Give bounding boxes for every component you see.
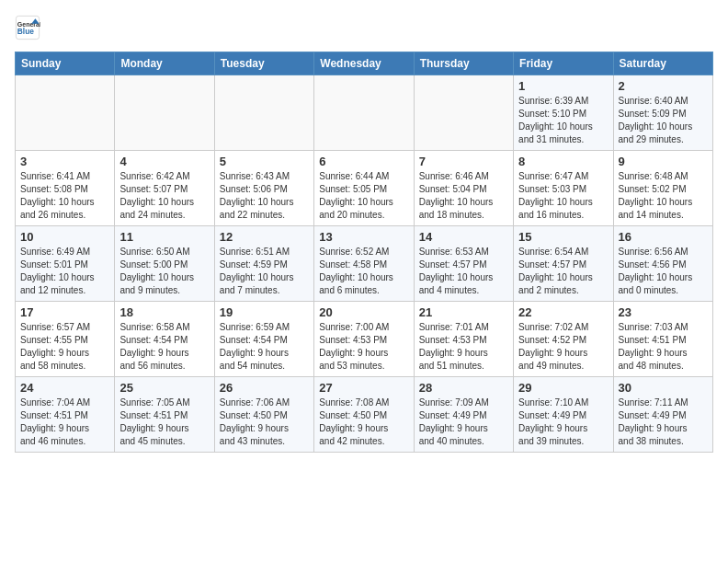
calendar-cell: 26Sunrise: 7:06 AMSunset: 4:50 PMDayligh… bbox=[214, 377, 313, 453]
weekday-header-row: SundayMondayTuesdayWednesdayThursdayFrid… bbox=[16, 52, 713, 75]
day-info: Sunrise: 6:39 AMSunset: 5:10 PMDaylight:… bbox=[518, 95, 608, 146]
day-number: 3 bbox=[20, 155, 109, 168]
calendar-cell: 19Sunrise: 6:59 AMSunset: 4:54 PMDayligh… bbox=[214, 302, 313, 377]
day-info: Sunrise: 7:09 AMSunset: 4:49 PMDaylight:… bbox=[419, 396, 508, 448]
calendar-cell: 20Sunrise: 7:00 AMSunset: 4:53 PMDayligh… bbox=[314, 302, 414, 377]
day-number: 12 bbox=[220, 230, 309, 244]
calendar-cell bbox=[314, 75, 414, 151]
calendar-cell bbox=[414, 75, 513, 151]
day-info: Sunrise: 6:44 AMSunset: 5:05 PMDaylight:… bbox=[319, 170, 408, 222]
calendar-cell: 10Sunrise: 6:49 AMSunset: 5:01 PMDayligh… bbox=[16, 226, 115, 302]
day-info: Sunrise: 7:06 AMSunset: 4:50 PMDaylight:… bbox=[220, 396, 309, 448]
page-header: General Blue bbox=[15, 15, 713, 40]
weekday-header-thursday: Thursday bbox=[414, 52, 513, 75]
calendar-cell: 30Sunrise: 7:11 AMSunset: 4:49 PMDayligh… bbox=[613, 377, 712, 453]
day-info: Sunrise: 6:49 AMSunset: 5:01 PMDaylight:… bbox=[20, 246, 109, 297]
day-number: 15 bbox=[518, 230, 608, 244]
calendar-cell: 13Sunrise: 6:52 AMSunset: 4:58 PMDayligh… bbox=[314, 226, 414, 302]
calendar-cell: 6Sunrise: 6:44 AMSunset: 5:05 PMDaylight… bbox=[314, 151, 414, 226]
day-number: 11 bbox=[119, 230, 209, 244]
day-info: Sunrise: 7:08 AMSunset: 4:50 PMDaylight:… bbox=[319, 396, 408, 448]
weekday-header-tuesday: Tuesday bbox=[214, 52, 313, 75]
day-info: Sunrise: 6:52 AMSunset: 4:58 PMDaylight:… bbox=[319, 246, 408, 297]
day-number: 4 bbox=[119, 155, 209, 168]
day-info: Sunrise: 6:51 AMSunset: 4:59 PMDaylight:… bbox=[220, 246, 309, 297]
calendar-cell bbox=[115, 75, 214, 151]
day-number: 5 bbox=[220, 155, 309, 168]
day-number: 26 bbox=[220, 381, 309, 395]
day-number: 24 bbox=[20, 381, 109, 395]
calendar-cell: 25Sunrise: 7:05 AMSunset: 4:51 PMDayligh… bbox=[115, 377, 214, 453]
day-info: Sunrise: 7:05 AMSunset: 4:51 PMDaylight:… bbox=[119, 396, 209, 448]
weekday-header-friday: Friday bbox=[514, 52, 613, 75]
day-info: Sunrise: 7:00 AMSunset: 4:53 PMDaylight:… bbox=[319, 321, 408, 373]
day-number: 17 bbox=[20, 305, 109, 319]
calendar-cell: 28Sunrise: 7:09 AMSunset: 4:49 PMDayligh… bbox=[414, 377, 513, 453]
day-info: Sunrise: 6:40 AMSunset: 5:09 PMDaylight:… bbox=[619, 95, 708, 146]
day-info: Sunrise: 7:03 AMSunset: 4:51 PMDaylight:… bbox=[619, 321, 708, 373]
calendar-cell: 27Sunrise: 7:08 AMSunset: 4:50 PMDayligh… bbox=[314, 377, 414, 453]
weekday-header-wednesday: Wednesday bbox=[314, 52, 414, 75]
calendar-cell: 14Sunrise: 6:53 AMSunset: 4:57 PMDayligh… bbox=[414, 226, 513, 302]
day-info: Sunrise: 6:47 AMSunset: 5:03 PMDaylight:… bbox=[518, 170, 608, 222]
day-info: Sunrise: 6:42 AMSunset: 5:07 PMDaylight:… bbox=[119, 170, 209, 222]
calendar-cell bbox=[16, 75, 115, 151]
day-info: Sunrise: 6:46 AMSunset: 5:04 PMDaylight:… bbox=[419, 170, 508, 222]
day-info: Sunrise: 7:10 AMSunset: 4:49 PMDaylight:… bbox=[518, 396, 608, 448]
calendar-cell: 11Sunrise: 6:50 AMSunset: 5:00 PMDayligh… bbox=[115, 226, 214, 302]
day-info: Sunrise: 6:41 AMSunset: 5:08 PMDaylight:… bbox=[20, 170, 109, 222]
calendar-week-4: 17Sunrise: 6:57 AMSunset: 4:55 PMDayligh… bbox=[16, 302, 713, 377]
day-info: Sunrise: 6:48 AMSunset: 5:02 PMDaylight:… bbox=[619, 170, 708, 222]
calendar-cell: 3Sunrise: 6:41 AMSunset: 5:08 PMDaylight… bbox=[16, 151, 115, 226]
calendar-cell: 22Sunrise: 7:02 AMSunset: 4:52 PMDayligh… bbox=[514, 302, 613, 377]
day-number: 25 bbox=[119, 381, 209, 395]
day-number: 2 bbox=[619, 79, 708, 93]
calendar-cell: 24Sunrise: 7:04 AMSunset: 4:51 PMDayligh… bbox=[16, 377, 115, 453]
calendar-cell: 18Sunrise: 6:58 AMSunset: 4:54 PMDayligh… bbox=[115, 302, 214, 377]
day-info: Sunrise: 7:01 AMSunset: 4:53 PMDaylight:… bbox=[419, 321, 508, 373]
day-number: 8 bbox=[518, 155, 608, 168]
day-info: Sunrise: 6:43 AMSunset: 5:06 PMDaylight:… bbox=[220, 170, 309, 222]
calendar-cell: 1Sunrise: 6:39 AMSunset: 5:10 PMDaylight… bbox=[514, 75, 613, 151]
calendar-cell: 23Sunrise: 7:03 AMSunset: 4:51 PMDayligh… bbox=[613, 302, 712, 377]
logo: General Blue bbox=[15, 15, 40, 40]
day-number: 6 bbox=[319, 155, 408, 168]
day-number: 28 bbox=[419, 381, 508, 395]
weekday-header-saturday: Saturday bbox=[613, 52, 712, 75]
day-info: Sunrise: 7:02 AMSunset: 4:52 PMDaylight:… bbox=[518, 321, 608, 373]
day-number: 21 bbox=[419, 305, 508, 319]
calendar-week-3: 10Sunrise: 6:49 AMSunset: 5:01 PMDayligh… bbox=[16, 226, 713, 302]
calendar-cell: 2Sunrise: 6:40 AMSunset: 5:09 PMDaylight… bbox=[613, 75, 712, 151]
calendar-week-5: 24Sunrise: 7:04 AMSunset: 4:51 PMDayligh… bbox=[16, 377, 713, 453]
day-info: Sunrise: 6:50 AMSunset: 5:00 PMDaylight:… bbox=[119, 246, 209, 297]
svg-text:Blue: Blue bbox=[17, 27, 34, 36]
day-number: 14 bbox=[419, 230, 508, 244]
calendar-week-2: 3Sunrise: 6:41 AMSunset: 5:08 PMDaylight… bbox=[16, 151, 713, 226]
calendar-cell: 21Sunrise: 7:01 AMSunset: 4:53 PMDayligh… bbox=[414, 302, 513, 377]
day-number: 13 bbox=[319, 230, 408, 244]
day-number: 16 bbox=[619, 230, 708, 244]
day-info: Sunrise: 6:54 AMSunset: 4:57 PMDaylight:… bbox=[518, 246, 608, 297]
day-info: Sunrise: 6:59 AMSunset: 4:54 PMDaylight:… bbox=[220, 321, 309, 373]
calendar-cell: 16Sunrise: 6:56 AMSunset: 4:56 PMDayligh… bbox=[613, 226, 712, 302]
day-number: 19 bbox=[220, 305, 309, 319]
day-number: 20 bbox=[319, 305, 408, 319]
day-number: 22 bbox=[518, 305, 608, 319]
weekday-header-sunday: Sunday bbox=[16, 52, 115, 75]
day-info: Sunrise: 7:11 AMSunset: 4:49 PMDaylight:… bbox=[619, 396, 708, 448]
calendar-week-1: 1Sunrise: 6:39 AMSunset: 5:10 PMDaylight… bbox=[16, 75, 713, 151]
calendar-cell: 17Sunrise: 6:57 AMSunset: 4:55 PMDayligh… bbox=[16, 302, 115, 377]
day-number: 1 bbox=[518, 79, 608, 93]
calendar-cell: 29Sunrise: 7:10 AMSunset: 4:49 PMDayligh… bbox=[514, 377, 613, 453]
day-number: 29 bbox=[518, 381, 608, 395]
weekday-header-monday: Monday bbox=[115, 52, 214, 75]
day-info: Sunrise: 6:57 AMSunset: 4:55 PMDaylight:… bbox=[20, 321, 109, 373]
calendar-cell: 8Sunrise: 6:47 AMSunset: 5:03 PMDaylight… bbox=[514, 151, 613, 226]
logo-icon: General Blue bbox=[15, 15, 40, 40]
day-info: Sunrise: 6:58 AMSunset: 4:54 PMDaylight:… bbox=[119, 321, 209, 373]
calendar-cell: 12Sunrise: 6:51 AMSunset: 4:59 PMDayligh… bbox=[214, 226, 313, 302]
day-info: Sunrise: 6:53 AMSunset: 4:57 PMDaylight:… bbox=[419, 246, 508, 297]
day-info: Sunrise: 6:56 AMSunset: 4:56 PMDaylight:… bbox=[619, 246, 708, 297]
day-number: 9 bbox=[619, 155, 708, 168]
calendar-cell: 15Sunrise: 6:54 AMSunset: 4:57 PMDayligh… bbox=[514, 226, 613, 302]
